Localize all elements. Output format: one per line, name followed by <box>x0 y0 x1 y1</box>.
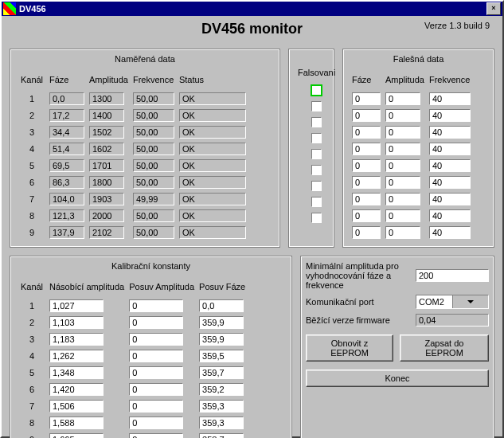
false-amp[interactable]: 0 <box>385 92 420 105</box>
calib-mul[interactable]: 1,027 <box>49 299 104 312</box>
false-faze[interactable]: 0 <box>352 159 381 172</box>
false-freq[interactable]: 40 <box>429 193 471 205</box>
close-icon[interactable]: × <box>486 2 501 15</box>
false-amp[interactable]: 0 <box>385 209 420 222</box>
false-amp[interactable]: 0 <box>385 143 420 155</box>
calib-posamp[interactable]: 0 <box>129 316 183 329</box>
app-title: DV456 monitor <box>10 21 494 37</box>
calib-mul[interactable]: 1,348 <box>49 366 104 379</box>
calib-mul[interactable]: 1,588 <box>49 416 104 429</box>
channel-label: 9 <box>18 225 45 240</box>
channel-label: 8 <box>18 416 45 430</box>
falsovani-checkbox[interactable] <box>311 149 322 159</box>
false-freq[interactable]: 40 <box>429 92 471 105</box>
false-faze[interactable]: 0 <box>352 92 381 105</box>
calib-posamp[interactable]: 0 <box>129 383 183 396</box>
false-faze[interactable]: 0 <box>352 209 381 222</box>
falsovani-checkbox[interactable] <box>311 133 322 143</box>
fw-value: 0,04 <box>416 314 489 327</box>
channel-label: 6 <box>18 175 45 190</box>
calib-mul[interactable]: 1,103 <box>49 316 104 329</box>
calib-posphase[interactable]: 359,9 <box>199 333 244 346</box>
close-button[interactable]: Konec <box>306 370 489 387</box>
falsovani-checkbox[interactable] <box>311 197 322 207</box>
false-freq[interactable]: 40 <box>429 226 471 239</box>
false-faze[interactable]: 0 <box>352 193 381 205</box>
false-faze[interactable]: 0 <box>352 143 381 155</box>
calib-mul[interactable]: 1,665 <box>49 433 104 438</box>
restore-button[interactable]: Obnovit z EEPROM <box>306 334 393 362</box>
false-faze[interactable]: 0 <box>352 126 381 139</box>
calib-posamp[interactable]: 0 <box>129 350 183 362</box>
measured-faze: 17,2 <box>49 109 84 122</box>
false-faze[interactable]: 0 <box>352 109 381 122</box>
calib-mul[interactable]: 1,183 <box>49 333 104 346</box>
chevron-down-icon[interactable] <box>452 295 489 308</box>
calib-posamp[interactable]: 0 <box>129 400 183 413</box>
false-amp[interactable]: 0 <box>385 159 420 172</box>
calib-mul[interactable]: 1,420 <box>49 383 104 396</box>
port-select[interactable]: COM2 <box>416 295 489 309</box>
measured-amp: 1800 <box>89 176 124 189</box>
measured-status: OK <box>179 209 246 222</box>
false-amp[interactable]: 0 <box>385 176 420 189</box>
calib-posamp[interactable]: 0 <box>129 366 183 379</box>
false-amp[interactable]: 0 <box>385 193 420 205</box>
header2-freq: Frekvence <box>428 74 471 89</box>
channel-label: 1 <box>18 92 45 106</box>
calib-posphase[interactable]: 359,9 <box>199 316 244 329</box>
false-freq[interactable]: 40 <box>429 126 471 139</box>
false-amp[interactable]: 0 <box>385 109 420 122</box>
falsovani-checkbox[interactable] <box>311 181 322 191</box>
false-group: Falešná data Fáze Amplituda Frekvence 00… <box>342 49 494 248</box>
calib-posphase[interactable]: 359,5 <box>199 350 244 362</box>
channel-label: 2 <box>18 315 45 330</box>
calib-posphase[interactable]: 0,0 <box>199 299 244 312</box>
calib-posphase[interactable]: 359,7 <box>199 366 244 379</box>
measured-amp: 1502 <box>89 126 124 139</box>
calib-posphase[interactable]: 358,7 <box>199 433 244 438</box>
false-amp[interactable]: 0 <box>385 226 420 239</box>
channel-label: 7 <box>18 399 45 413</box>
calib-posamp[interactable]: 0 <box>129 299 183 312</box>
false-amp[interactable]: 0 <box>385 126 420 139</box>
calib-posphase[interactable]: 359,3 <box>199 400 244 413</box>
save-button[interactable]: Zapsat do EEPROM <box>400 334 489 362</box>
calib-group: Kalibrační konstanty Kanál Násobící ampl… <box>10 256 292 438</box>
falsovani-checkbox[interactable] <box>311 85 322 96</box>
measured-amp: 1602 <box>89 143 124 155</box>
false-freq[interactable]: 40 <box>429 143 471 155</box>
false-faze[interactable]: 0 <box>352 176 381 189</box>
header-freq: Frekvence <box>132 74 175 89</box>
calib-mul[interactable]: 1,262 <box>49 350 104 362</box>
measured-freq: 50,00 <box>133 159 174 172</box>
measured-freq: 50,00 <box>133 143 174 155</box>
falsovani-checkbox[interactable] <box>311 101 322 111</box>
min-amp-field[interactable]: 200 <box>416 269 489 282</box>
false-freq[interactable]: 40 <box>429 109 471 122</box>
measured-faze: 86,3 <box>49 176 84 189</box>
header2-faze: Fáze <box>351 74 381 89</box>
falsovani-checkbox[interactable] <box>311 213 322 223</box>
false-freq[interactable]: 40 <box>429 176 471 189</box>
header-posphase: Posuv Fáze <box>198 281 246 296</box>
measured-faze: 34,4 <box>49 126 84 139</box>
false-title: Falešná data <box>348 54 489 64</box>
measured-amp: 2000 <box>89 209 124 222</box>
false-freq[interactable]: 40 <box>429 159 471 172</box>
false-faze[interactable]: 0 <box>352 226 381 239</box>
measured-faze: 0,0 <box>49 92 84 105</box>
calib-mul[interactable]: 1,506 <box>49 400 104 413</box>
falsovani-checkbox[interactable] <box>311 117 322 127</box>
header-kanal: Kanál <box>18 74 45 89</box>
calib-posphase[interactable]: 359,2 <box>199 383 244 396</box>
measured-freq: 50,00 <box>133 226 174 239</box>
falsovani-checkbox[interactable] <box>311 165 322 175</box>
calib-posamp[interactable]: 0 <box>129 333 183 346</box>
false-freq[interactable]: 40 <box>429 209 471 222</box>
channel-label: 7 <box>18 192 45 206</box>
calib-posphase[interactable]: 359,3 <box>199 416 244 429</box>
calib-posamp[interactable]: 0 <box>129 416 183 429</box>
calib-posamp[interactable]: 0 <box>129 433 183 438</box>
measured-status: OK <box>179 126 246 139</box>
